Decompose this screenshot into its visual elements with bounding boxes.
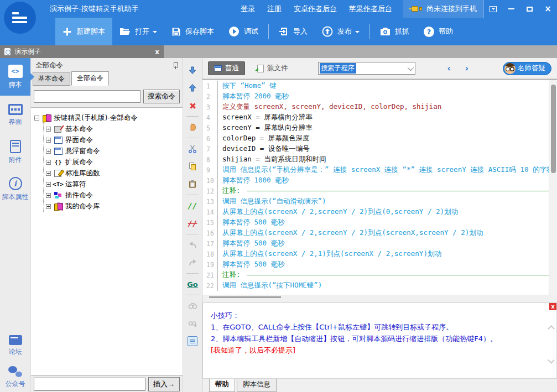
code-line[interactable]: 6 colorDep = 屏幕颜色深度 — [202, 133, 549, 144]
maximize-button[interactable] — [520, 0, 539, 18]
scrollbar-thumb[interactable] — [209, 296, 281, 298]
tree-item-library-functions[interactable]: 标准库函数 — [46, 168, 181, 179]
sidebar-item-wechat[interactable]: 公众号 — [0, 362, 30, 392]
collapse-icon[interactable] — [34, 116, 39, 121]
move-down-button[interactable] — [183, 63, 202, 77]
code-line[interactable]: 13 调用 信息提示(“自动滑动演示”) — [202, 196, 549, 207]
subroutine-search-combobox[interactable]: 搜索子程序 — [318, 62, 415, 75]
code-line[interactable]: 17 脚本暂停 500 毫秒 — [202, 238, 549, 249]
code-line[interactable]: 22 调用 信息提示(“按下HOME键”) — [202, 280, 549, 291]
command-search-button[interactable]: 搜索命令 — [143, 90, 180, 103]
code-line[interactable]: 10 脚本暂停 1000 毫秒 — [202, 175, 549, 186]
expand-icon[interactable] — [46, 193, 51, 198]
horizontal-scrollbar[interactable] — [202, 295, 557, 300]
tab-script-info[interactable]: 脚本信息 — [237, 379, 277, 392]
sidebar-item-script[interactable]: <> 脚本 — [0, 58, 30, 96]
expand-icon[interactable] — [46, 204, 51, 209]
code-line[interactable]: 9 调用 信息提示(“手机分辨率是：” 连接 screenX 连接 “*” 连接… — [202, 165, 549, 175]
code-editor[interactable]: 1 按下 “Home” 键 2 脚本暂停 2000 毫秒 3 定义变量 scre… — [202, 79, 557, 295]
debug-button[interactable]: 调试 — [221, 18, 266, 45]
tray-button[interactable] — [484, 0, 502, 18]
uncomment-button[interactable]: // — [183, 216, 202, 231]
redo-button[interactable] — [183, 255, 202, 270]
code-line[interactable]: 4 screenX = 屏幕横向分辨率 — [202, 112, 549, 123]
expand-icon[interactable] — [46, 171, 51, 176]
insert-button[interactable]: 插入→ — [148, 377, 180, 391]
titlebar-link[interactable]: 注册 — [267, 4, 282, 14]
scroll-up-icon[interactable] — [548, 325, 555, 332]
help-button[interactable]: ? 帮助 — [417, 18, 460, 45]
capture-button[interactable]: 抓抓 — [373, 18, 417, 45]
code-line[interactable]: 14 从屏幕上的点(screenX / 2,screenY / 2)到点(0,s… — [202, 207, 549, 217]
tab-help[interactable]: 帮助 — [209, 379, 235, 392]
code-line[interactable]: 12 注释: — [202, 186, 549, 196]
move-up-button[interactable] — [183, 81, 202, 95]
tab-close-icon[interactable]: x — [155, 48, 159, 56]
import-button[interactable]: 导入 — [272, 18, 315, 45]
scroll-down-icon[interactable] — [548, 357, 555, 364]
titlebar-link[interactable]: 登录 — [241, 4, 255, 14]
expand-icon[interactable] — [46, 182, 51, 187]
comment-button[interactable]: // — [183, 198, 202, 213]
save-script-button[interactable]: 保存脚本 — [164, 18, 221, 45]
tips-close-button[interactable]: x — [549, 303, 556, 310]
tree-item-basic-commands[interactable]: 基本命令 — [46, 123, 181, 134]
new-script-button[interactable]: 新建脚本 — [55, 18, 112, 45]
tab-all-commands[interactable]: 全部命令 — [71, 71, 109, 86]
goto-button[interactable]: Go — [183, 277, 202, 291]
expand-icon[interactable] — [46, 138, 51, 143]
copy-button[interactable] — [183, 159, 202, 174]
code-line[interactable]: 1 按下 “Home” 键 — [202, 81, 549, 91]
code-line[interactable]: 5 screenY = 屏幕纵向分辨率 — [202, 123, 549, 133]
insert-input[interactable] — [34, 378, 145, 391]
app-menu-logo[interactable] — [4, 2, 36, 34]
sidebar-item-script-properties[interactable]: i 脚本属性 — [0, 171, 30, 207]
outline-button[interactable] — [183, 334, 202, 348]
titlebar-link[interactable]: 安卓作者后台 — [294, 4, 337, 14]
tree-item-plugin-commands[interactable]: 插件命令 — [46, 190, 181, 201]
expand-icon[interactable] — [46, 127, 51, 132]
cut-button[interactable] — [183, 142, 202, 156]
titlebar-link[interactable]: 苹果作者后台 — [349, 4, 392, 14]
open-button[interactable]: 打开 — [112, 18, 164, 45]
code-line[interactable]: 18 从屏幕上的点(screenX / 2,1)到点(screenX / 2,s… — [202, 249, 549, 259]
pin-icon[interactable] — [173, 62, 178, 69]
sidebar-item-interface[interactable]: 界面 — [0, 97, 30, 133]
code-line[interactable]: 2 脚本暂停 2000 毫秒 — [202, 91, 549, 102]
code-line[interactable]: 15 脚本暂停 500 毫秒 — [202, 217, 549, 228]
expand-icon[interactable] — [46, 149, 51, 154]
sidebar-item-attachment[interactable]: 附件 — [0, 134, 30, 170]
view-source-button[interactable]: 源文件 — [253, 62, 293, 75]
tree-item-my-command-library[interactable]: 我的命令库 — [46, 201, 181, 212]
minimize-button[interactable] — [502, 0, 520, 18]
undo-button[interactable] — [183, 238, 202, 252]
prev-button[interactable]: ‹ — [447, 64, 451, 74]
code-line[interactable]: 8 shijian = 当前系统日期和时间 — [202, 154, 549, 165]
expand-icon[interactable] — [46, 160, 51, 165]
paste-button[interactable] — [183, 177, 202, 191]
publish-button[interactable]: 发布 — [315, 18, 367, 45]
tree-item-extension-commands[interactable]: {} 扩展命令 — [46, 156, 181, 168]
tree-root[interactable]: 按键精灵(手机版)-全部命令 — [34, 112, 181, 123]
find-next-button[interactable] — [183, 316, 202, 331]
close-button[interactable]: × — [539, 0, 557, 18]
scrollbar-thumb[interactable] — [551, 85, 556, 173]
vertical-scrollbar[interactable] — [549, 80, 557, 295]
drag-hand-button[interactable] — [183, 120, 202, 134]
next-button[interactable]: › — [465, 64, 468, 74]
teacher-qa-button[interactable]: 名师答疑 — [503, 62, 551, 75]
connection-status[interactable]: 尚未连接到手机 — [403, 0, 483, 18]
command-search-input[interactable] — [34, 90, 140, 103]
code-line[interactable]: 19 脚本暂停 500 毫秒 — [202, 259, 549, 270]
document-tab[interactable]: 演示例子 x — [0, 45, 164, 58]
code-line[interactable]: 21 注释: — [202, 270, 549, 280]
code-line[interactable]: 3 定义变量 screenX, screenY, deviceID, color… — [202, 102, 549, 112]
tree-item-interface-commands[interactable]: 界面命令 — [46, 134, 181, 145]
find-button[interactable] — [183, 299, 202, 313]
code-line[interactable]: 7 deviceID = 设备唯一编号 — [202, 144, 549, 154]
view-normal-button[interactable]: 普通 — [208, 61, 245, 75]
tree-item-operators[interactable]: <T> 运算符 — [46, 179, 181, 190]
tab-basic-commands[interactable]: 基本命令 — [33, 72, 70, 86]
sidebar-item-forum[interactable]: 论坛 — [0, 331, 30, 360]
delete-line-button[interactable] — [183, 98, 202, 113]
